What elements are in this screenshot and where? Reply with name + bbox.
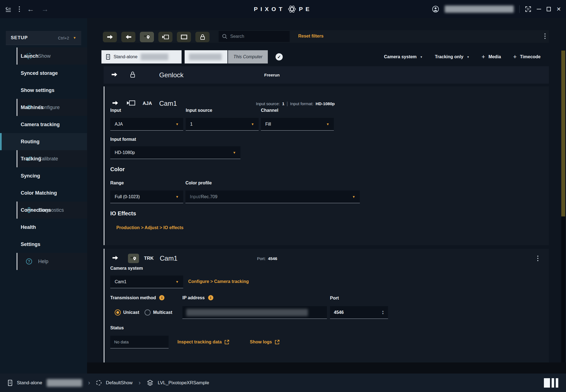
- add-media-button[interactable]: +Media: [482, 54, 501, 60]
- sidebar-item-machines[interactable]: Machines: [0, 99, 87, 116]
- sidebar-item-routing[interactable]: Routing: [0, 133, 87, 150]
- camera-title: Cam1: [160, 255, 177, 262]
- expand-arrow-icon[interactable]: [112, 255, 118, 261]
- tab-this-computer[interactable]: This Computer: [228, 50, 268, 63]
- sidebar-item-connections[interactable]: Connections: [0, 202, 87, 219]
- minimize-button[interactable]: [537, 9, 541, 9]
- logo-text-right: PE: [299, 6, 312, 12]
- sidebar-item-syncing[interactable]: Syncing: [0, 167, 87, 184]
- forward-button[interactable]: →: [41, 6, 49, 13]
- filter-inputs-button[interactable]: [121, 32, 135, 42]
- back-button[interactable]: ←: [27, 6, 34, 13]
- toolbar-kebab-icon[interactable]: [544, 33, 546, 39]
- maximize-button[interactable]: [547, 7, 551, 11]
- expand-arrow-icon[interactable]: [111, 72, 117, 78]
- inspect-tracking-data-link[interactable]: Inspect tracking data: [177, 340, 229, 345]
- mode-selector[interactable]: SETUP Ctrl+2 ▼: [6, 31, 81, 45]
- range-dropdown[interactable]: Full (0-1023)▼: [110, 190, 183, 203]
- filter-media-button[interactable]: [177, 32, 191, 42]
- layout-panel-icon[interactable]: [544, 378, 550, 388]
- show-logs-link[interactable]: Show logs: [250, 340, 280, 345]
- expand-arrow-icon[interactable]: [112, 100, 118, 107]
- titlebar: ← → PIXOT PE ✕: [0, 0, 566, 18]
- sidebar-item-synced-storage[interactable]: Synced storage: [0, 65, 87, 82]
- close-button[interactable]: ✕: [556, 6, 561, 12]
- tab-standalone-machine[interactable]: Stand-alone: [101, 50, 182, 63]
- external-link-icon: [275, 340, 280, 345]
- input-source-label: Input source: [186, 108, 212, 113]
- tab-machine-2[interactable]: [185, 50, 227, 63]
- filter-locked-button[interactable]: [195, 32, 209, 42]
- sidebar-item-launch[interactable]: Launch: [0, 47, 87, 65]
- chevron-down-icon: ▼: [175, 195, 179, 199]
- user-account-icon[interactable]: [432, 6, 439, 13]
- layout-bar-icon[interactable]: [556, 378, 558, 388]
- tab-redacted: [141, 54, 168, 60]
- input-format-dropdown[interactable]: HD-1080p▼: [110, 146, 240, 159]
- scrollbar[interactable]: [561, 50, 565, 362]
- chevron-down-icon: ▼: [251, 122, 254, 126]
- content-gap: [87, 362, 566, 374]
- filter-tracking-button[interactable]: [140, 32, 154, 42]
- color-profile-label: Color profile: [185, 181, 212, 186]
- breadcrumb-level[interactable]: LVL_PixotopeXRSample: [158, 380, 209, 386]
- info-icon[interactable]: i: [208, 295, 213, 300]
- color-profile-dropdown[interactable]: Input/Rec.709▼: [185, 190, 360, 203]
- camera-system-filter-dropdown[interactable]: Camera system▼: [384, 54, 423, 59]
- tracking-icon: [128, 254, 139, 263]
- tracking-only-dropdown[interactable]: Tracking only▼: [435, 54, 469, 59]
- breadcrumb-show[interactable]: DefaultShow: [106, 380, 132, 386]
- port-input[interactable]: 4546 ▲▼: [330, 306, 388, 319]
- filter-camera-button[interactable]: [158, 32, 172, 42]
- breadcrumb-machine[interactable]: Stand-alone: [17, 380, 42, 386]
- range-label: Range: [110, 181, 124, 186]
- check-icon: ✓: [276, 53, 283, 60]
- username-redacted: [445, 6, 514, 13]
- ip-address-input[interactable]: [182, 306, 327, 319]
- sidebar-item-settings[interactable]: Settings: [0, 236, 87, 253]
- sidebar-item-health[interactable]: Health: [0, 219, 87, 236]
- camera-title: Cam1: [159, 100, 177, 107]
- lock-icon[interactable]: [130, 71, 136, 79]
- sidebar-item-color-matching[interactable]: Color Matching: [0, 184, 87, 202]
- channel-label: Channel: [261, 108, 278, 113]
- stepper-icon[interactable]: ▲▼: [382, 310, 384, 314]
- scrollbar-thumb[interactable]: [561, 51, 565, 216]
- search-input[interactable]: [230, 34, 280, 39]
- divider: |: [287, 101, 288, 107]
- radio-unselected-icon: [145, 309, 151, 316]
- sidebar-item-camera-tracking[interactable]: Camera tracking: [0, 116, 87, 133]
- filter-outputs-button[interactable]: [103, 32, 117, 42]
- tab-redacted: [189, 54, 222, 60]
- external-link-icon: [224, 340, 229, 345]
- multicast-radio[interactable]: Multicast: [145, 309, 172, 316]
- configure-camera-tracking-link[interactable]: Configure > Camera tracking: [188, 279, 249, 284]
- collapse-sidebar-icon[interactable]: [5, 6, 12, 12]
- machine-icon: [8, 380, 12, 386]
- input-label: Input: [110, 108, 121, 113]
- chevron-down-icon: ▼: [233, 151, 236, 155]
- unicast-radio[interactable]: Unicast: [115, 309, 139, 316]
- layout-bar-icon[interactable]: [552, 378, 554, 388]
- input-dropdown[interactable]: AJA▼: [110, 118, 183, 131]
- section-kebab-icon[interactable]: [537, 256, 538, 261]
- io-effects-link[interactable]: Production > Adjust > IO effects: [116, 225, 184, 230]
- info-icon[interactable]: i: [159, 295, 164, 300]
- search-icon: [222, 34, 227, 39]
- reset-filters-link[interactable]: Reset filters: [298, 34, 324, 39]
- camera-system-dropdown[interactable]: Cam1▼: [110, 276, 183, 288]
- fullscreen-icon[interactable]: [525, 6, 531, 12]
- sidebar-item-show-settings[interactable]: Show settings: [0, 82, 87, 99]
- app-menu-kebab-icon[interactable]: [19, 6, 20, 12]
- sidebar-nav: Show ▼ Launch Synced storage Show settin…: [0, 47, 87, 253]
- add-timecode-button[interactable]: +Timecode: [513, 54, 541, 60]
- sidebar-item-tracking[interactable]: Tracking: [0, 150, 87, 167]
- camera-input-section: AJA Cam1 Input source:1 | Input format:H…: [104, 86, 549, 245]
- port-meta: Port:4546: [257, 256, 277, 261]
- chevron-down-icon: ▼: [420, 55, 423, 59]
- ip-address-label: IP addressi: [182, 295, 213, 300]
- machine-icon: [106, 54, 110, 60]
- genlock-mode: Freerun: [264, 73, 280, 77]
- input-source-dropdown[interactable]: 1▼: [186, 118, 259, 131]
- channel-dropdown[interactable]: Fill▼: [261, 118, 334, 131]
